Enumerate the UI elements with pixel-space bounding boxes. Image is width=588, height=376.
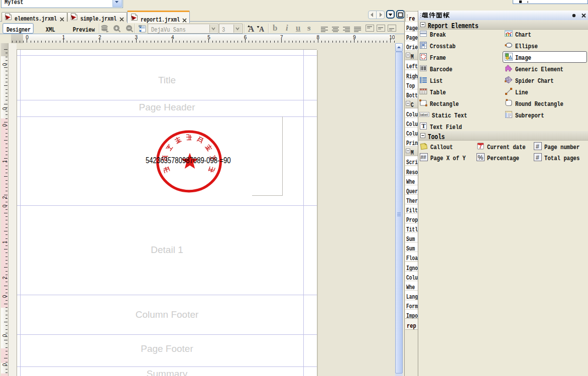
svg-text:T: T bbox=[422, 122, 426, 130]
svg-text:A: A bbox=[248, 24, 255, 33]
svg-text:%: % bbox=[478, 154, 484, 161]
svg-text:##: ## bbox=[421, 155, 427, 160]
svg-text:#: # bbox=[536, 154, 539, 161]
svg-text:label: label bbox=[420, 112, 428, 117]
svg-text:7: 7 bbox=[479, 144, 482, 150]
svg-text:A: A bbox=[259, 26, 265, 33]
svg-text:#: # bbox=[536, 143, 539, 150]
